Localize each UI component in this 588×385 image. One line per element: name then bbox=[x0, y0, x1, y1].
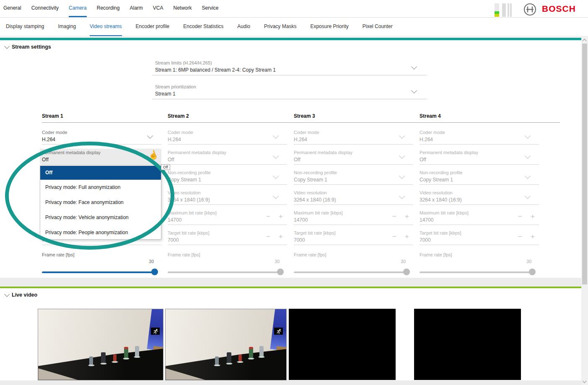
stream2-non-recording-select[interactable]: Non-recording profile Copy Stream 1 bbox=[168, 169, 287, 185]
subnav-tab-privacy-masks[interactable]: Privacy Masks bbox=[264, 18, 296, 38]
stream2-max-bitrate-field[interactable]: Maximum bit rate [kbps] 14700 − + bbox=[168, 209, 287, 225]
nav-tab-recording[interactable]: Recording bbox=[97, 0, 120, 17]
stream3-resolution-select[interactable]: Video resolution 3264 x 1840 (16:9) bbox=[294, 189, 413, 205]
subnav-tab-encoder-profile[interactable]: Encoder profile bbox=[136, 18, 170, 38]
minus-stepper[interactable]: − bbox=[392, 212, 396, 221]
minus-stepper[interactable]: − bbox=[392, 233, 396, 241]
nav-tab-network[interactable]: Network bbox=[174, 0, 192, 17]
frame-rate-slider[interactable] bbox=[42, 271, 155, 273]
frame-rate-label: Frame rate [fps] bbox=[168, 252, 200, 257]
miniature-figure bbox=[135, 346, 139, 357]
stream3-target-bitrate-field[interactable]: Target bit rate [kbps] 7000 − + bbox=[294, 229, 413, 245]
subnav-tab-exposure-priority[interactable]: Exposure Priority bbox=[310, 18, 348, 38]
dropdown-option-vehicle-anonymization[interactable]: Privacy mode: Vehicle anonymization bbox=[40, 210, 161, 225]
target-bitrate-value: 7000 bbox=[294, 237, 305, 243]
subnav-tab-video-streams[interactable]: Video streams bbox=[90, 18, 122, 36]
stream2-coder-mode-select[interactable]: Coder mode H.264 bbox=[168, 129, 287, 145]
collapse-chevron-icon[interactable] bbox=[4, 292, 10, 297]
subnav-tab-display-stamping[interactable]: Display stamping bbox=[6, 18, 44, 38]
minus-stepper[interactable]: − bbox=[518, 233, 522, 241]
stream2-header: Stream 2 bbox=[168, 113, 189, 119]
scroll-down-arrow-icon[interactable] bbox=[583, 379, 587, 383]
nav-tab-camera[interactable]: Camera bbox=[69, 0, 87, 17]
motion-detection-icon bbox=[274, 328, 283, 335]
camera-sub-navigation: Display stamping Imaging Video streams E… bbox=[0, 18, 588, 38]
plus-stepper[interactable]: + bbox=[279, 233, 283, 241]
stream3-coder-mode-select[interactable]: Coder mode H.264 bbox=[294, 129, 413, 145]
subnav-tab-audio[interactable]: Audio bbox=[237, 18, 250, 38]
nav-tab-vca[interactable]: VCA bbox=[153, 0, 163, 17]
nav-tab-general[interactable]: General bbox=[3, 0, 21, 17]
stream3-max-bitrate-field[interactable]: Maximum bit rate [kbps] 14700 − + bbox=[294, 209, 413, 225]
subnav-tab-imaging[interactable]: Imaging bbox=[58, 18, 76, 38]
frame-rate-value: 30 bbox=[401, 259, 406, 264]
stream4-target-bitrate-field[interactable]: Target bit rate [kbps] 7000 − + bbox=[420, 229, 539, 245]
stream4-video-preview bbox=[414, 309, 521, 380]
stream4-coder-mode-select[interactable]: Coder mode H.264 bbox=[420, 129, 539, 145]
stream1-coder-mode-select[interactable]: Coder mode H.264 bbox=[42, 129, 161, 145]
stream2-target-bitrate-field[interactable]: Target bit rate [kbps] 7000 − + bbox=[168, 229, 287, 245]
plus-stepper[interactable]: + bbox=[405, 233, 409, 241]
frame-rate-slider[interactable] bbox=[294, 271, 407, 273]
target-bitrate-label: Target bit rate [kbps] bbox=[168, 230, 210, 235]
plus-stepper[interactable]: + bbox=[531, 212, 535, 221]
stream3-header: Stream 3 bbox=[294, 113, 315, 119]
minus-stepper[interactable]: − bbox=[518, 212, 522, 221]
minus-stepper[interactable]: − bbox=[266, 233, 270, 241]
chevron-down-icon bbox=[399, 153, 405, 159]
nav-tab-service[interactable]: Service bbox=[202, 0, 219, 17]
miniature-figure bbox=[238, 354, 242, 362]
stream4-non-recording-select[interactable]: Non-recording profile Copy Stream 1 bbox=[420, 169, 539, 185]
dropdown-option-off[interactable]: Off bbox=[40, 166, 161, 180]
plus-stepper[interactable]: + bbox=[531, 233, 535, 241]
stream-limits-value: Stream 1: 6MP balanced / Stream 2-4: Cop… bbox=[155, 67, 276, 73]
coder-mode-value: H.264 bbox=[168, 137, 181, 142]
nav-tab-alarm[interactable]: Alarm bbox=[130, 0, 142, 17]
stream3-metadata-select[interactable]: Permanent metadata display Off bbox=[294, 149, 413, 165]
frame-rate-slider-handle[interactable] bbox=[277, 269, 284, 275]
target-bitrate-label: Target bit rate [kbps] bbox=[420, 230, 461, 235]
stream4-metadata-select[interactable]: Permanent metadata display Off bbox=[420, 149, 539, 165]
dropdown-option-people-anonymization[interactable]: Privacy mode: People anonymization bbox=[40, 225, 161, 240]
scrollbar-thumb[interactable] bbox=[582, 44, 587, 284]
stream1-header: Stream 1 bbox=[42, 113, 63, 119]
stream-limits-label: Stream limits (H.264/H.265) bbox=[155, 60, 212, 65]
stream4-max-bitrate-field[interactable]: Maximum bit rate [kbps] 14700 − + bbox=[420, 209, 539, 225]
target-bitrate-value: 7000 bbox=[168, 237, 179, 243]
stream-limits-select[interactable]: Stream limits (H.264/H.265) Stream 1: 6M… bbox=[152, 59, 427, 75]
max-bitrate-value: 14700 bbox=[420, 217, 433, 223]
subnav-tab-pixel-counter[interactable]: Pixel Counter bbox=[363, 18, 393, 38]
plus-stepper[interactable]: + bbox=[405, 212, 409, 221]
collapse-chevron-icon[interactable] bbox=[4, 44, 10, 49]
chevron-down-icon bbox=[525, 193, 531, 199]
scroll-up-arrow-icon[interactable] bbox=[583, 39, 587, 43]
frame-rate-slider-handle[interactable] bbox=[529, 269, 536, 275]
stream2-metadata-select[interactable]: Permanent metadata display Off bbox=[168, 149, 287, 165]
resolution-label: Video resolution bbox=[420, 190, 453, 195]
divider bbox=[420, 245, 539, 245]
resolution-value: 3264 x 1840 (16:9) bbox=[168, 197, 210, 203]
stream2-resolution-select[interactable]: Video resolution 3264 x 1840 (16:9) bbox=[168, 189, 287, 205]
plus-stepper[interactable]: + bbox=[279, 212, 283, 221]
nav-tab-connectivity[interactable]: Connectivity bbox=[31, 0, 59, 17]
stream4-resolution-select[interactable]: Video resolution 3264 x 1840 (16:9) bbox=[420, 189, 539, 205]
miniature-figure bbox=[259, 346, 264, 357]
subnav-tab-encoder-statistics[interactable]: Encoder Statistics bbox=[183, 18, 223, 38]
stream4-header: Stream 4 bbox=[420, 113, 441, 119]
frame-rate-slider-handle[interactable] bbox=[403, 269, 410, 275]
non-recording-label: Non-recording profile bbox=[168, 170, 211, 175]
stream-prioritization-select[interactable]: Stream prioritization Stream 1 bbox=[152, 83, 427, 99]
frame-rate-slider-handle[interactable] bbox=[151, 269, 158, 275]
bosch-armature-logo-icon bbox=[523, 3, 537, 16]
vertical-scrollbar[interactable] bbox=[581, 37, 588, 385]
dropdown-option-full-anonymization[interactable]: Privacy mode: Full anonymization bbox=[40, 180, 161, 195]
stream1-metadata-select[interactable]: Permanent metadata display Off bbox=[42, 149, 161, 165]
divider bbox=[0, 36, 588, 36]
frame-rate-label: Frame rate [fps] bbox=[42, 252, 75, 257]
frame-rate-slider[interactable] bbox=[168, 271, 281, 273]
miniature-figure bbox=[227, 352, 231, 363]
minus-stepper[interactable]: − bbox=[266, 212, 270, 221]
stream3-non-recording-select[interactable]: Non-recording profile Copy Stream 1 bbox=[294, 169, 413, 185]
frame-rate-slider[interactable] bbox=[420, 271, 533, 273]
dropdown-option-face-anonymization[interactable]: Privacy mode: Face anonymization bbox=[40, 195, 161, 210]
